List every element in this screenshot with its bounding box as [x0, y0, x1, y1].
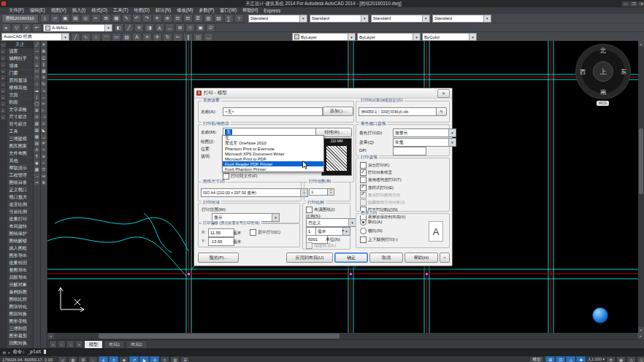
close-button[interactable]: ✕ [638, 1, 644, 7]
cut-icon[interactable]: ✂ [91, 14, 101, 23]
object-color-combo[interactable]: ByLayer [292, 33, 356, 41]
offset-x-field[interactable]: 11.55 [208, 228, 234, 237]
copies-spinner[interactable]: 1 ▲▼ [309, 188, 334, 196]
zoom-realtime-icon[interactable]: ⊕ [163, 14, 172, 23]
infer-constraints-toggle[interactable]: ▱ [58, 356, 67, 362]
ok-button[interactable]: 确定 [334, 253, 368, 263]
region-icon[interactable]: ▦ [34, 134, 39, 139]
screen-menu-item[interactable]: 批量转旧 [7, 260, 33, 267]
help-icon[interactable]: ? [234, 14, 244, 23]
transparency-toggle[interactable]: ▨ [170, 356, 180, 362]
screen-menu-item[interactable]: 图形导出 [7, 253, 33, 260]
annotation-scale[interactable]: 人1:100 ▾ [587, 357, 605, 362]
command-input[interactable]: _plot [27, 349, 42, 355]
chamfer-icon[interactable]: ◣ [41, 127, 47, 133]
circle-icon[interactable]: ○ [34, 81, 39, 87]
break-icon[interactable]: ⊣ [41, 114, 47, 120]
insert-block-icon[interactable]: ⊞ [34, 107, 39, 113]
snap-toggle[interactable]: ▦ [68, 356, 77, 362]
horizontal-scroll-thumb[interactable] [99, 334, 340, 339]
trim-icon[interactable]: ✂ [41, 101, 47, 107]
screen-menu-item[interactable]: 门窗 [7, 70, 33, 77]
save-file-icon[interactable]: ▣ [61, 14, 70, 23]
plot-preview-icon[interactable]: ◎ [81, 14, 91, 23]
screen-menu-item[interactable]: 剖面 [7, 99, 33, 107]
scale-lineweights-checkbox[interactable]: 缩放线宽(L) [306, 242, 336, 249]
annotation-autoscale-icon[interactable]: ✚ [576, 356, 586, 362]
polyline-icon[interactable]: ∿ [81, 33, 91, 42]
add-page-setup-button[interactable]: 添加(.)... [323, 107, 353, 116]
polyline-icon[interactable]: ∿ [34, 55, 39, 61]
scroll-down-icon[interactable]: ▼ [638, 327, 644, 333]
rotate-icon[interactable]: ↻ [163, 33, 172, 42]
copy-icon[interactable]: ⊞ [41, 48, 47, 54]
wipeout-icon[interactable]: ▩ [34, 166, 39, 172]
menu-item[interactable]: 绘图(D) [131, 7, 153, 14]
menu-item[interactable]: 插入(I) [69, 7, 89, 14]
printer-dropdown-item[interactable]: 无 [223, 136, 323, 141]
command-customize-icon[interactable]: ▤ [3, 350, 6, 355]
mtext-icon[interactable]: ¶ [34, 153, 39, 159]
osnap-toggle[interactable]: ◇ [109, 356, 118, 362]
plot-dialog-titlebar[interactable]: A 打印 - 模型 ✕ [194, 88, 452, 99]
printer-dropdown-item[interactable]: 发送至 OneNote 2010 [223, 141, 323, 146]
move-icon[interactable]: ✛ [153, 33, 162, 42]
gradient-icon[interactable]: ▧ [34, 127, 39, 133]
join-icon[interactable]: ∪ [41, 120, 47, 126]
plot-style-table-combo[interactable]: 津H050-1：100打印样式.ctb [359, 107, 445, 116]
extend-icon[interactable]: ⊢ [41, 107, 47, 113]
last-tab-button[interactable]: » [75, 340, 83, 348]
workspace-combo[interactable]: AutoCAD 经典 [1, 33, 69, 41]
redo-icon[interactable]: ↷ [142, 14, 152, 23]
plot-style-combo[interactable]: ByColor [422, 33, 477, 41]
osnap-3d-toggle[interactable]: ◆ [119, 356, 129, 362]
offset-y-field[interactable]: -13.65 [208, 237, 234, 246]
scale-combo[interactable]: 自定义 [306, 218, 356, 227]
palette-icon[interactable]: ▪ [1, 82, 6, 87]
offset-icon[interactable]: ∥ [183, 33, 193, 42]
preview-button[interactable]: 预览(P)... [198, 253, 239, 263]
palette-icon[interactable]: ▪ [1, 49, 6, 54]
printer-dropdown-item[interactable]: Foxit Reader PDF Printer [223, 161, 323, 166]
blend-icon[interactable]: ≈ [41, 147, 47, 153]
screen-menu-item[interactable]: 文件布图 [7, 150, 33, 158]
divide-icon[interactable]: ÷ [41, 160, 47, 166]
align-icon[interactable]: ≡ [41, 153, 47, 159]
screen-menu-item[interactable]: 三维建模 [7, 136, 33, 143]
revcloud-icon[interactable]: ☁ [34, 88, 39, 93]
window-titlebar[interactable]: 天正设计·建筑系统 2014 For Autodesk AutoCAD 2014… [0, 0, 644, 7]
restore-button[interactable]: ❐ [630, 1, 637, 7]
quick-view-layouts-icon[interactable]: ⊞ [545, 356, 555, 362]
screen-menu-item[interactable]: 当前比例 [7, 209, 33, 216]
group-icon[interactable]: ⊛ [41, 180, 47, 185]
screen-menu-item[interactable]: 尺寸标注 [7, 114, 33, 121]
scroll-up-icon[interactable]: ▲ [638, 41, 644, 47]
printer-dropdown-item[interactable]: Foxit Phantom Printer [223, 166, 323, 172]
menu-item[interactable]: 编辑(E) [27, 7, 48, 14]
scale-icon[interactable]: ↘ [41, 88, 47, 93]
plot-to-file-checkbox[interactable]: 打印到文件(F) [223, 173, 257, 180]
screen-menu-item[interactable]: 旧图转换 [7, 340, 33, 347]
line-icon[interactable]: ╱ [34, 42, 39, 47]
text-icon[interactable]: A [34, 147, 39, 153]
style-combo[interactable]: Standard [432, 15, 491, 23]
paper-size-combo[interactable]: ISO A4 (210.00 x 297.00 毫米) [201, 188, 308, 197]
new-file-icon[interactable]: ▯ [40, 14, 50, 23]
tool-palettes-icon[interactable]: ▧ [214, 14, 223, 23]
palette-icon[interactable]: ▪ [1, 88, 6, 93]
spline-icon[interactable]: ʃ [34, 94, 39, 100]
table-icon[interactable]: ▤ [34, 140, 39, 146]
quick-properties-toggle[interactable]: ☰ [180, 356, 190, 362]
arc-icon[interactable]: ◠ [101, 33, 111, 42]
orientation-radio[interactable]: 纵向(A) [360, 219, 383, 226]
screen-menu-item[interactable]: 插入图框 [7, 245, 33, 253]
prev-tab-button[interactable]: ‹ [58, 340, 66, 348]
palette-icon[interactable]: ▪ [1, 115, 6, 120]
workspace-switch-icon[interactable]: ✻ [606, 356, 616, 362]
point-icon[interactable]: ⊙ [34, 114, 39, 120]
polygon-icon[interactable]: △ [34, 61, 39, 67]
style-combo[interactable]: Standard [248, 15, 307, 23]
next-tab-button[interactable]: › [66, 340, 74, 348]
palette-icon[interactable]: ▪ [1, 62, 6, 67]
quickcalc-icon[interactable]: ∑ [224, 14, 234, 23]
